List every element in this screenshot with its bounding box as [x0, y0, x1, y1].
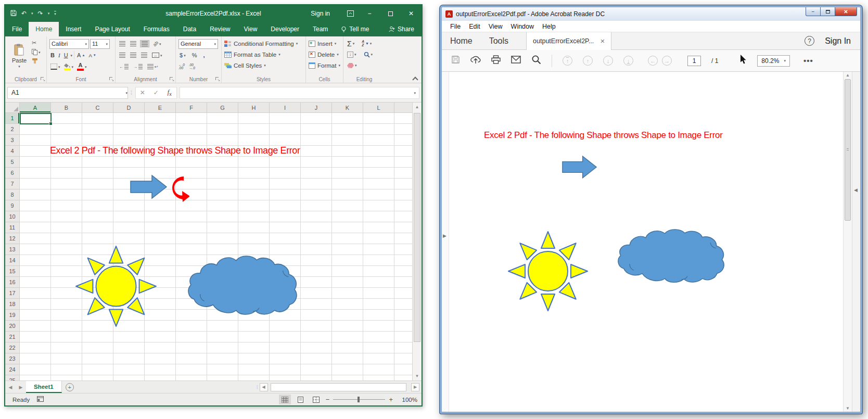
row-header[interactable]: 14 — [5, 255, 19, 266]
page-number-input[interactable]: 1 — [687, 56, 701, 66]
column-header[interactable]: F — [176, 103, 207, 112]
autosum-button[interactable]: Σ▾ — [346, 39, 355, 48]
insert-cells-button[interactable]: + Insert▾ — [309, 38, 341, 49]
cloud-shape[interactable] — [187, 250, 300, 316]
comma-style-button[interactable]: , — [202, 52, 206, 59]
column-header[interactable]: G — [207, 103, 238, 112]
document-tab[interactable]: outputErrorExcel2P... ✕ — [526, 32, 611, 50]
bottom-align-button[interactable] — [140, 40, 149, 47]
row-header[interactable]: 10 — [5, 211, 19, 222]
zoom-slider-thumb[interactable] — [358, 397, 360, 402]
tools-pane-strip[interactable]: ◀ — [852, 72, 860, 412]
scroll-up-icon[interactable]: ▲ — [413, 103, 422, 111]
vertical-scrollbar[interactable]: ▲ ▼ — [843, 72, 852, 412]
row-header[interactable]: 4 — [5, 146, 19, 157]
print-icon[interactable] — [491, 55, 501, 66]
alignment-dialog-launcher-icon[interactable] — [169, 77, 174, 82]
zoom-level[interactable]: 100% — [397, 397, 417, 403]
sheet-tab-sheet1[interactable]: Sheet1 — [26, 381, 62, 393]
insert-function-icon[interactable]: fx — [163, 88, 176, 97]
cell-styles-button[interactable]: Cell Styles▾ — [224, 60, 304, 71]
column-header[interactable]: C — [82, 103, 113, 112]
ribbon-tab[interactable]: Review — [203, 22, 237, 36]
selected-cell-a1[interactable] — [20, 113, 52, 124]
clipboard-dialog-launcher-icon[interactable] — [40, 77, 45, 82]
minimize-button[interactable]: − — [806, 7, 821, 16]
macro-record-icon[interactable] — [37, 396, 44, 403]
sun-shape[interactable] — [74, 244, 158, 328]
ribbon-tab[interactable]: Team — [306, 22, 335, 36]
select-all-corner[interactable] — [5, 103, 20, 113]
decrease-decimal-button[interactable]: .00→.0 — [189, 64, 195, 70]
ribbon-tab[interactable]: View — [237, 22, 264, 36]
hscroll-left-icon[interactable]: ◀ — [260, 383, 268, 391]
row-header[interactable]: 17 — [5, 288, 19, 299]
find-select-button[interactable]: ▾ — [363, 51, 374, 58]
row-header[interactable]: 13 — [5, 244, 19, 255]
column-header[interactable]: I — [270, 103, 301, 112]
row-header[interactable]: 3 — [5, 135, 19, 146]
cell-grid[interactable]: Excel 2 Pdf - The following Shape throws… — [20, 113, 412, 380]
row-header[interactable]: 12 — [5, 233, 19, 244]
maximize-button[interactable] — [380, 5, 401, 22]
right-arrow-shape[interactable] — [130, 174, 168, 199]
select-tool-icon[interactable] — [740, 55, 747, 67]
menu-item[interactable]: Edit — [465, 23, 484, 30]
tell-me-box[interactable]: Tell me — [335, 22, 375, 36]
paste-button[interactable]: Paste ▾ — [8, 38, 31, 73]
minimize-button[interactable]: − — [359, 5, 380, 22]
expand-formula-bar-icon[interactable]: ▾ — [414, 91, 416, 95]
horizontal-scrollbar[interactable] — [270, 383, 410, 391]
menu-item[interactable]: Window — [507, 23, 538, 30]
open-tools-pane-icon[interactable]: ◀ — [854, 187, 858, 193]
zoom-in-icon[interactable]: + — [389, 396, 393, 403]
menu-item[interactable]: View — [484, 23, 507, 30]
fill-color-button[interactable]: ▾ — [63, 63, 75, 71]
align-left-button[interactable] — [118, 52, 126, 58]
row-header[interactable]: 25 — [5, 375, 19, 380]
row-header[interactable]: 18 — [5, 299, 19, 310]
row-header[interactable]: 6 — [5, 168, 19, 179]
save-icon[interactable] — [451, 55, 460, 66]
normal-view-button[interactable] — [279, 395, 291, 404]
row-header[interactable]: 19 — [5, 310, 19, 321]
merge-center-button[interactable]: ↔▾ — [151, 52, 163, 58]
scroll-down-icon[interactable]: ▼ — [844, 406, 852, 411]
column-header[interactable]: B — [51, 103, 82, 112]
menu-item[interactable]: File — [446, 23, 465, 30]
row-header[interactable]: 23 — [5, 353, 19, 364]
fill-button[interactable]: ↓▾ — [346, 51, 358, 58]
collapse-ribbon-icon[interactable] — [413, 76, 417, 81]
new-sheet-button[interactable]: + — [62, 381, 78, 393]
decrease-font-button[interactable]: A▼ — [87, 52, 97, 59]
copy-button[interactable]: ▾ — [31, 48, 42, 56]
next-view-icon[interactable]: → — [662, 56, 672, 66]
zoom-out-icon[interactable]: − — [326, 396, 330, 403]
previous-view-icon[interactable]: ← — [648, 56, 658, 66]
page-layout-view-button[interactable] — [295, 395, 307, 404]
column-header[interactable]: K — [332, 103, 363, 112]
previous-page-icon[interactable]: ↑ — [583, 56, 593, 66]
excel-sign-in[interactable]: Sign in — [311, 10, 330, 17]
row-header[interactable]: 15 — [5, 266, 19, 277]
row-header[interactable]: 22 — [5, 342, 19, 353]
row-header[interactable]: 16 — [5, 277, 19, 288]
format-painter-button[interactable] — [31, 57, 42, 65]
align-right-button[interactable] — [140, 52, 148, 58]
ribbon-tab[interactable]: Insert — [59, 22, 88, 36]
open-nav-pane-icon[interactable]: ▶ — [443, 233, 446, 238]
sheet-nav-right-icon[interactable]: ▶ — [16, 381, 26, 393]
row-header[interactable]: 21 — [5, 332, 19, 342]
wrap-text-button[interactable]: ↩ — [146, 64, 159, 70]
first-page-icon[interactable]: ↑ — [563, 56, 572, 66]
close-button[interactable]: ✕ — [835, 7, 857, 16]
help-icon[interactable]: ? — [805, 36, 814, 46]
close-tab-icon[interactable]: ✕ — [600, 38, 605, 45]
menu-item[interactable]: Help — [538, 23, 560, 30]
ribbon-tab[interactable]: Page Layout — [88, 22, 136, 36]
vertical-scroll-thumb[interactable] — [414, 113, 420, 342]
cancel-entry-icon[interactable]: ✕ — [136, 89, 149, 96]
close-button[interactable]: ✕ — [401, 5, 422, 22]
scroll-up-icon[interactable]: ▲ — [844, 73, 852, 78]
center-button[interactable] — [129, 52, 137, 58]
